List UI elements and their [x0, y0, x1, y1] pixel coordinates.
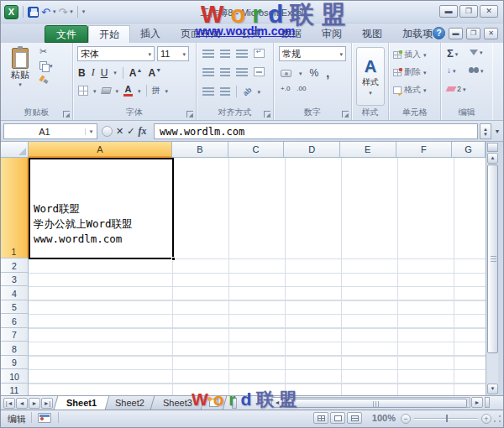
restore-button[interactable]: ❐: [459, 5, 478, 18]
insert-function-icon[interactable]: fx: [138, 125, 146, 138]
insert-cells-button[interactable]: 插入▾: [393, 49, 427, 60]
scrollbar-split-box[interactable]: [485, 397, 490, 408]
font-name-select[interactable]: 宋体▾: [77, 46, 155, 61]
autosum-icon[interactable]: Σ: [447, 49, 454, 59]
previous-sheet-icon[interactable]: ◄: [16, 398, 28, 409]
row-header[interactable]: 10: [1, 369, 29, 384]
row-header[interactable]: 4: [1, 286, 29, 300]
close-button[interactable]: ✕: [480, 5, 498, 18]
chevron-down-icon[interactable]: ▾: [85, 128, 97, 135]
formula-bar-spinner[interactable]: ▲▼: [480, 123, 491, 139]
bold-button[interactable]: B: [78, 67, 86, 79]
cancel-icon[interactable]: ✕: [116, 126, 123, 137]
zoom-thumb[interactable]: [446, 415, 448, 422]
align-top-icon[interactable]: [202, 50, 214, 58]
row-header[interactable]: 7: [1, 328, 29, 342]
zoom-in-icon[interactable]: +: [481, 414, 491, 424]
font-size-select[interactable]: 11▾: [157, 46, 189, 61]
enter-icon[interactable]: ✓: [127, 126, 134, 137]
wrap-text-icon[interactable]: [254, 49, 265, 58]
decrease-decimal-button[interactable]: .00: [297, 85, 306, 92]
sheet-tab[interactable]: Sheet3: [150, 396, 205, 410]
macro-record-icon[interactable]: [38, 413, 51, 423]
first-sheet-icon[interactable]: |◄: [3, 398, 15, 409]
styles-button[interactable]: A 样式 ▾: [356, 47, 385, 106]
format-cells-button[interactable]: 格式▾: [393, 84, 427, 96]
ribbon-tab[interactable]: 审阅: [312, 25, 352, 43]
column-header[interactable]: G: [452, 142, 486, 158]
column-header[interactable]: D: [284, 142, 340, 158]
font-color-button[interactable]: A: [123, 85, 133, 97]
horizontal-scroll-thumb[interactable]: [286, 399, 467, 408]
last-sheet-icon[interactable]: ►|: [41, 398, 53, 409]
clear-icon[interactable]: [446, 86, 457, 91]
sort-filter-icon[interactable]: [470, 50, 478, 55]
sheet-tab[interactable]: Sheet2: [102, 396, 157, 410]
ribbon-tab[interactable]: 插入: [130, 25, 171, 43]
scroll-down-icon[interactable]: ▼: [487, 384, 498, 394]
ribbon-tab[interactable]: 页面布局: [171, 25, 231, 43]
underline-button[interactable]: U: [101, 67, 108, 79]
insert-worksheet-button[interactable]: [202, 396, 228, 410]
align-middle-icon[interactable]: [220, 50, 230, 58]
borders-icon[interactable]: [78, 86, 88, 96]
select-all-corner[interactable]: [1, 142, 29, 158]
align-left-icon[interactable]: [202, 68, 214, 76]
workbook-minimize-button[interactable]: ▬: [449, 28, 463, 39]
resize-grip[interactable]: [492, 414, 502, 424]
row-header[interactable]: 1: [1, 158, 29, 258]
page-layout-view-icon[interactable]: [330, 412, 345, 424]
delete-cells-button[interactable]: 删除▾: [393, 66, 427, 78]
workbook-close-button[interactable]: ✕: [484, 28, 498, 39]
column-header[interactable]: C: [228, 142, 285, 158]
copy-icon[interactable]: [39, 61, 48, 70]
minimize-ribbon-icon[interactable]: △: [424, 29, 429, 37]
decrease-indent-icon[interactable]: [202, 87, 214, 96]
ribbon-tab[interactable]: 公式: [231, 25, 271, 43]
zoom-out-icon[interactable]: −: [401, 414, 411, 424]
scroll-left-icon[interactable]: ◄: [271, 397, 283, 408]
workbook-restore-button[interactable]: ❐: [466, 28, 480, 39]
ribbon-tab[interactable]: 文件: [45, 25, 88, 43]
paste-button[interactable]: 粘贴 ▾: [5, 45, 35, 106]
number-dialog-launcher-icon[interactable]: [342, 111, 349, 117]
grow-font-button[interactable]: A▲: [129, 67, 143, 79]
zoom-slider[interactable]: − +: [401, 413, 491, 424]
ribbon-tab[interactable]: 视图: [352, 25, 392, 43]
alignment-dialog-launcher-icon[interactable]: [264, 111, 270, 117]
formula-input[interactable]: www.wordlm.com: [154, 123, 478, 139]
increase-indent-icon[interactable]: [220, 87, 230, 96]
vertical-scroll-thumb[interactable]: [487, 164, 498, 353]
row-header[interactable]: 3: [1, 273, 29, 287]
tab-split-handle[interactable]: [232, 398, 237, 409]
find-select-icon[interactable]: [469, 67, 479, 74]
currency-format-icon[interactable]: [281, 70, 291, 77]
italic-button[interactable]: I: [92, 66, 95, 79]
cells-area[interactable]: Word联盟 学办公就上Word联盟 www.wordlm.com: [29, 158, 486, 395]
split-box[interactable]: [487, 143, 498, 152]
align-right-icon[interactable]: [236, 68, 248, 76]
vertical-scrollbar[interactable]: ▲ ▼: [486, 142, 498, 395]
column-header[interactable]: A: [29, 142, 172, 158]
percent-format-button[interactable]: %: [310, 67, 319, 79]
cut-icon[interactable]: ✂: [39, 47, 53, 56]
column-header[interactable]: B: [172, 142, 228, 158]
normal-view-icon[interactable]: [313, 412, 328, 424]
row-header[interactable]: 6: [1, 314, 29, 328]
paste-dropdown-icon[interactable]: ▾: [18, 81, 22, 87]
scroll-right-icon[interactable]: ►: [471, 397, 483, 408]
expand-formula-bar-icon[interactable]: ▼: [492, 123, 502, 139]
align-bottom-icon[interactable]: [236, 50, 248, 58]
zoom-level[interactable]: 100%: [372, 413, 396, 423]
increase-decimal-button[interactable]: +.0: [281, 85, 290, 92]
align-center-icon[interactable]: [220, 68, 230, 76]
next-sheet-icon[interactable]: ►: [29, 398, 40, 409]
merge-center-icon[interactable]: [254, 67, 265, 76]
column-header[interactable]: E: [340, 142, 396, 158]
format-painter-icon[interactable]: [39, 76, 49, 85]
sheet-tab[interactable]: Sheet1: [54, 396, 110, 410]
fill-icon[interactable]: ↓: [447, 66, 451, 75]
column-header[interactable]: F: [396, 142, 453, 158]
row-header[interactable]: 9: [1, 356, 29, 370]
comma-format-button[interactable]: ,: [326, 66, 329, 80]
